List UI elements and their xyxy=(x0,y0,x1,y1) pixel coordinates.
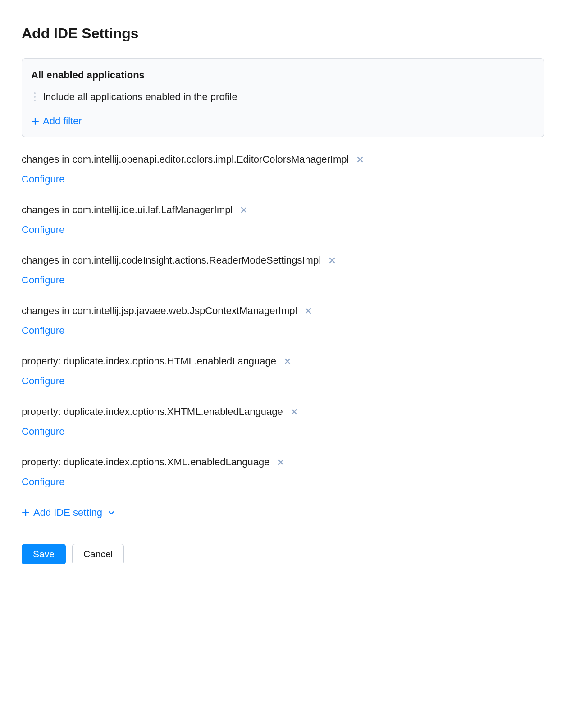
applications-row: Include all applications enabled in the … xyxy=(31,91,535,103)
setting-label-row: changes in com.intellij.openapi.editor.c… xyxy=(22,154,544,165)
configure-link[interactable]: Configure xyxy=(22,325,64,337)
configure-link[interactable]: Configure xyxy=(22,173,64,185)
setting-label: property: duplicate.index.options.XML.en… xyxy=(22,456,269,468)
close-icon[interactable] xyxy=(328,256,336,264)
applications-description: Include all applications enabled in the … xyxy=(43,91,237,103)
close-icon[interactable] xyxy=(356,155,364,164)
add-filter-button[interactable]: Add filter xyxy=(31,115,82,127)
configure-link[interactable]: Configure xyxy=(22,426,64,437)
settings-list: changes in com.intellij.openapi.editor.c… xyxy=(22,154,544,488)
setting-item: changes in com.intellij.codeInsight.acti… xyxy=(22,255,544,286)
setting-label-row: property: duplicate.index.options.XML.en… xyxy=(22,456,544,468)
close-icon[interactable] xyxy=(277,458,285,466)
plus-icon xyxy=(22,509,30,517)
drag-handle-icon[interactable] xyxy=(33,92,37,101)
applications-panel: All enabled applications Include all app… xyxy=(22,58,544,137)
add-ide-setting-label: Add IDE setting xyxy=(33,507,102,519)
page-title: Add IDE Settings xyxy=(22,25,544,42)
setting-item: property: duplicate.index.options.XML.en… xyxy=(22,456,544,488)
setting-label-row: changes in com.intellij.ide.ui.laf.LafMa… xyxy=(22,204,544,216)
configure-link[interactable]: Configure xyxy=(22,476,64,488)
configure-link[interactable]: Configure xyxy=(22,274,64,286)
cancel-button[interactable]: Cancel xyxy=(72,544,124,564)
add-filter-label: Add filter xyxy=(43,115,82,127)
setting-label-row: changes in com.intellij.codeInsight.acti… xyxy=(22,255,544,266)
close-icon[interactable] xyxy=(290,408,298,416)
setting-label: property: duplicate.index.options.HTML.e… xyxy=(22,355,276,367)
setting-item: changes in com.intellij.jsp.javaee.web.J… xyxy=(22,305,544,337)
setting-item: changes in com.intellij.openapi.editor.c… xyxy=(22,154,544,185)
add-ide-setting-button[interactable]: Add IDE setting xyxy=(22,507,115,519)
close-icon[interactable] xyxy=(283,357,292,365)
setting-label: changes in com.intellij.codeInsight.acti… xyxy=(22,255,321,266)
setting-label: changes in com.intellij.openapi.editor.c… xyxy=(22,154,349,165)
setting-label: changes in com.intellij.ide.ui.laf.LafMa… xyxy=(22,204,233,216)
setting-item: property: duplicate.index.options.HTML.e… xyxy=(22,355,544,387)
setting-label: changes in com.intellij.jsp.javaee.web.J… xyxy=(22,305,297,317)
configure-link[interactable]: Configure xyxy=(22,375,64,387)
setting-label-row: changes in com.intellij.jsp.javaee.web.J… xyxy=(22,305,544,317)
configure-link[interactable]: Configure xyxy=(22,224,64,236)
setting-item: property: duplicate.index.options.XHTML.… xyxy=(22,406,544,437)
setting-label-row: property: duplicate.index.options.HTML.e… xyxy=(22,355,544,367)
chevron-down-icon xyxy=(108,509,115,516)
save-button[interactable]: Save xyxy=(22,544,66,564)
close-icon[interactable] xyxy=(304,307,312,315)
button-row: Save Cancel xyxy=(22,544,544,564)
setting-label-row: property: duplicate.index.options.XHTML.… xyxy=(22,406,544,418)
applications-panel-title: All enabled applications xyxy=(31,69,535,81)
plus-icon xyxy=(31,117,39,125)
setting-item: changes in com.intellij.ide.ui.laf.LafMa… xyxy=(22,204,544,236)
setting-label: property: duplicate.index.options.XHTML.… xyxy=(22,406,283,418)
close-icon[interactable] xyxy=(240,206,248,214)
